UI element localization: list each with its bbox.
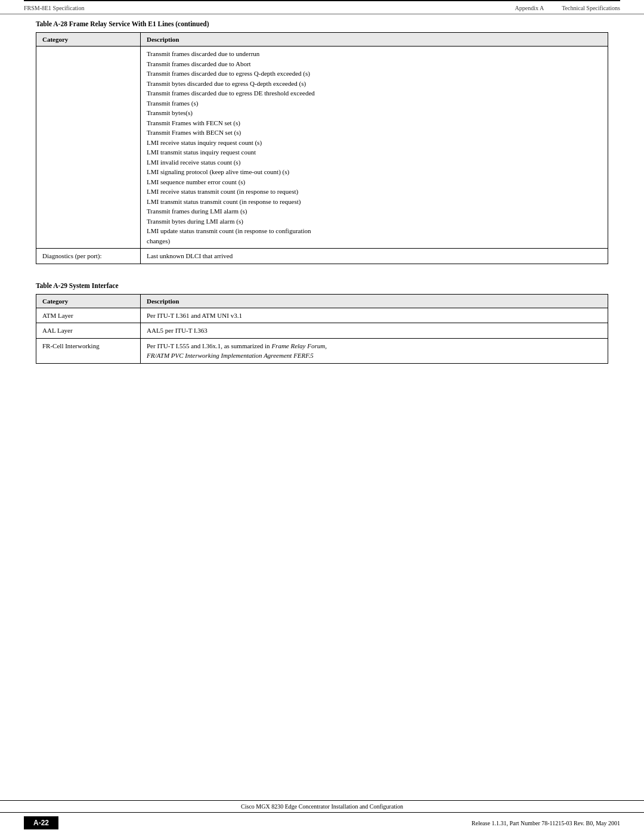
table-row: Transmit frames discarded due to underru… <box>36 47 608 249</box>
main-content: Table A-28 Frame Relay Service With E1 L… <box>0 14 644 417</box>
list-item: LMI invalid receive status count (s) <box>147 157 602 168</box>
table-a29-cell-description: Per ITU-T I.555 and I.36x.1, as summariz… <box>141 338 608 363</box>
table-a29: Category Description ATM LayerPer ITU-T … <box>36 294 608 364</box>
list-item: Transmit Frames with FECN set (s) <box>147 118 602 128</box>
table-a29-cell-category: ATM Layer <box>36 308 141 323</box>
table-a29-title: Table A-29 System Interface <box>36 282 608 289</box>
list-item: Transmit bytes discarded due to egress Q… <box>147 79 602 89</box>
table-a29-col-category: Category <box>36 294 141 308</box>
table-a28: Category Description Transmit frames dis… <box>36 32 608 264</box>
page-footer: Cisco MGX 8230 Edge Concentrator Install… <box>0 800 644 833</box>
list-item: LMI update status transmit count (in res… <box>147 226 602 236</box>
list-item: Transmit frames (s) <box>147 98 602 109</box>
col-header-category: Category <box>36 33 141 47</box>
table-a29-cell-description: Per ITU-T I.361 and ATM UNI v3.1 <box>141 308 608 323</box>
list-item: changes) <box>147 236 602 246</box>
list-item: LMI sequence number error count (s) <box>147 177 602 187</box>
table-a29-cell-category: FR-Cell Interworking <box>36 338 141 363</box>
table-a29-cell-description: AAL5 per ITU-T I.363 <box>141 323 608 339</box>
table-row: FR-Cell InterworkingPer ITU-T I.555 and … <box>36 338 608 363</box>
list-item: Transmit frames discarded due to egress … <box>147 88 602 98</box>
table-a29-cell-category: AAL Layer <box>36 323 141 339</box>
footer-bottom: A-22 Release 1.1.31, Part Number 78-1121… <box>0 813 644 833</box>
list-item: Transmit frames during LMI alarm (s) <box>147 206 602 216</box>
section-label: Technical Specifications <box>562 5 620 11</box>
table-header-row: Category Description <box>36 33 608 47</box>
table-row: AAL LayerAAL5 per ITU-T I.363 <box>36 323 608 339</box>
list-item: Transmit frames discarded due to Abort <box>147 59 602 69</box>
release-text: Release 1.1.31, Part Number 78-11215-03 … <box>472 820 620 826</box>
list-item: LMI receive status inquiry request count… <box>147 138 602 148</box>
list-item: Last unknown DLCI that arrived <box>147 251 602 261</box>
col-header-description: Description <box>141 33 608 47</box>
list-item: Transmit frames discarded due to egress … <box>147 69 602 79</box>
table-a29-header-row: Category Description <box>36 294 608 308</box>
desc-italic2: FR/ATM PVC Interworking Implementation A… <box>147 352 314 359</box>
footer-center-text: Cisco MGX 8230 Edge Concentrator Install… <box>0 801 644 813</box>
list-item: Transmit bytes(s) <box>147 108 602 118</box>
appendix-label: Appendix A <box>515 5 544 11</box>
table-cell-description: Last unknown DLCI that arrived <box>141 249 608 264</box>
table-row: ATM LayerPer ITU-T I.361 and ATM UNI v3.… <box>36 308 608 323</box>
table-a29-col-description: Description <box>141 294 608 308</box>
list-item: LMI transmit status inquiry request coun… <box>147 147 602 157</box>
table-row: Diagnostics (per port):Last unknown DLCI… <box>36 249 608 264</box>
desc-plain: Per ITU-T I.555 and I.36x.1, as summariz… <box>147 342 271 349</box>
breadcrumb: FRSM-8E1 Specification <box>24 5 84 11</box>
desc-italic1: Frame Relay Forum, <box>271 342 327 349</box>
list-item: Transmit frames discarded due to underru… <box>147 49 602 59</box>
table-cell-category <box>36 47 141 249</box>
table-a28-title: Table A-28 Frame Relay Service With E1 L… <box>36 20 608 27</box>
page-number: A-22 <box>24 816 58 829</box>
table-cell-category: Diagnostics (per port): <box>36 249 141 264</box>
page-header: FRSM-8E1 Specification Appendix A Techni… <box>0 1 644 14</box>
list-item: Transmit Frames with BECN set (s) <box>147 128 602 138</box>
list-item: Transmit bytes during LMI alarm (s) <box>147 216 602 227</box>
table-cell-description: Transmit frames discarded due to underru… <box>141 47 608 249</box>
list-item: LMI transmit status transmit count (in r… <box>147 197 602 207</box>
list-item: LMI signaling protocol (keep alive time-… <box>147 167 602 177</box>
list-item: LMI receive status transmit count (in re… <box>147 187 602 197</box>
header-right: Appendix A Technical Specifications <box>515 5 620 11</box>
